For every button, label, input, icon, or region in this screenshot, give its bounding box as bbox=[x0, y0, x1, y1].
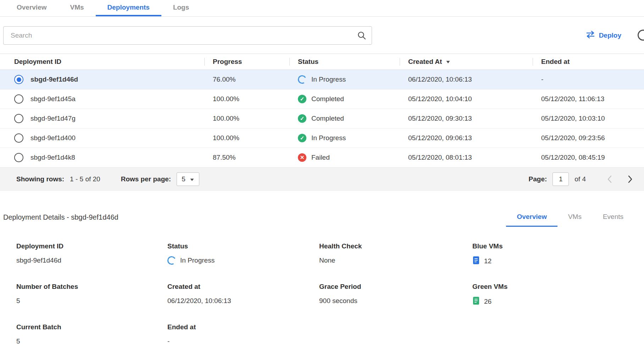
sort-desc-icon bbox=[445, 58, 451, 66]
deployment-details-section: Deployment Details - sbgd-9ef1d46d Overv… bbox=[0, 213, 644, 346]
table-row[interactable]: sbgd-9ef1d4k8 87.50% Failed 05/12/2020, … bbox=[0, 148, 644, 167]
table-row[interactable]: sbgd-9ef1d47g 100.00% Completed 05/12/20… bbox=[0, 109, 644, 128]
table-row[interactable]: sbgd-9ef1d45a 100.00% Completed 05/12/20… bbox=[0, 89, 644, 109]
field-health-check: Health Check None bbox=[319, 242, 472, 266]
row-radio[interactable] bbox=[14, 75, 23, 84]
page-navigation: Page: of 4 bbox=[529, 172, 638, 187]
table-footer: Showing rows: 1 - 5 of 20 Rows per page:… bbox=[0, 167, 644, 191]
refresh-icon[interactable] bbox=[638, 30, 644, 41]
created-at-cell: 05/12/2020, 09:06:13 bbox=[400, 134, 533, 142]
completed-icon bbox=[298, 134, 306, 142]
ended-at-cell: - bbox=[533, 76, 644, 83]
details-fields-grid: Deployment ID sbgd-9ef1d46d Status In Pr… bbox=[16, 242, 634, 346]
progress-cell: 76.00% bbox=[204, 76, 289, 83]
ended-at-cell: 05/12/2020, 09:23:56 bbox=[533, 134, 644, 142]
details-title: Deployment Details - sbgd-9ef1d46d bbox=[3, 213, 118, 227]
col-header-created-at[interactable]: Created At bbox=[400, 54, 533, 70]
search-box bbox=[3, 26, 372, 45]
deployment-id-cell: sbgd-9ef1d4k8 bbox=[0, 153, 204, 162]
next-page-icon[interactable] bbox=[623, 172, 638, 187]
row-radio[interactable] bbox=[14, 94, 23, 104]
search-input[interactable] bbox=[3, 26, 372, 45]
field-grace-period: Grace Period 900 seconds bbox=[319, 283, 472, 307]
completed-icon bbox=[298, 114, 306, 123]
details-header: Deployment Details - sbgd-9ef1d46d Overv… bbox=[3, 213, 634, 227]
row-radio[interactable] bbox=[14, 133, 23, 143]
table-row[interactable]: sbgd-9ef1d46d 76.00% In Progress 06/12/2… bbox=[0, 70, 644, 89]
row-radio[interactable] bbox=[14, 114, 23, 123]
previous-page-icon[interactable] bbox=[602, 172, 617, 187]
toolbar: Deploy bbox=[0, 17, 644, 54]
col-header-progress[interactable]: Progress bbox=[204, 54, 289, 70]
details-tab-bar: Overview VMs Events bbox=[506, 213, 634, 227]
in-progress-icon bbox=[297, 74, 307, 84]
search-icon[interactable] bbox=[357, 31, 366, 42]
ended-at-cell: 05/12/2020, 10:03:10 bbox=[533, 115, 644, 122]
progress-cell: 87.50% bbox=[204, 154, 289, 161]
deployments-table: Deployment ID Progress Status Created At… bbox=[0, 54, 644, 191]
field-current-batch: Current Batch 5 bbox=[16, 323, 167, 346]
field-number-of-batches: Number of Batches 5 bbox=[16, 283, 167, 307]
created-at-cell: 05/12/2020, 09:30:13 bbox=[400, 115, 533, 122]
blue-vms-icon bbox=[472, 256, 480, 266]
ended-at-cell: 05/12/2020, 11:06:13 bbox=[533, 95, 644, 103]
col-header-deployment-id[interactable]: Deployment ID bbox=[0, 54, 204, 70]
rows-per-page-select[interactable]: 5 bbox=[177, 172, 199, 186]
created-at-cell: 05/12/2020, 08:01:13 bbox=[400, 154, 533, 161]
col-header-ended-at[interactable]: Ended at bbox=[533, 54, 644, 70]
row-radio[interactable] bbox=[14, 153, 23, 162]
deploy-button[interactable]: Deploy bbox=[586, 31, 621, 40]
top-tab-bar: Overview VMs Deployments Logs bbox=[0, 0, 644, 17]
deployment-id-cell: sbgd-9ef1d400 bbox=[0, 133, 204, 143]
tab-vms[interactable]: VMs bbox=[59, 0, 96, 16]
deployment-id-cell: sbgd-9ef1d47g bbox=[0, 114, 204, 123]
status-cell: In Progress bbox=[289, 134, 400, 142]
field-blue-vms: Blue VMs 12 bbox=[472, 242, 634, 266]
in-progress-icon bbox=[166, 255, 177, 265]
status-cell: Failed bbox=[289, 153, 400, 162]
tab-logs[interactable]: Logs bbox=[161, 0, 201, 16]
field-ended-at: Ended at - bbox=[167, 323, 319, 346]
chevron-down-icon bbox=[190, 175, 194, 183]
details-tab-events[interactable]: Events bbox=[592, 213, 634, 227]
showing-rows: Showing rows: 1 - 5 of 20 bbox=[16, 175, 100, 183]
green-vms-icon bbox=[472, 296, 480, 307]
details-tab-vms[interactable]: VMs bbox=[557, 213, 592, 227]
deployment-id-cell: sbgd-9ef1d45a bbox=[0, 94, 204, 104]
tab-deployments[interactable]: Deployments bbox=[96, 0, 161, 16]
field-deployment-id: Deployment ID sbgd-9ef1d46d bbox=[16, 242, 167, 266]
ended-at-cell: 05/12/2020, 08:45:19 bbox=[533, 154, 644, 161]
deploy-button-label: Deploy bbox=[599, 32, 621, 39]
table-header-row: Deployment ID Progress Status Created At… bbox=[0, 54, 644, 70]
failed-icon bbox=[298, 153, 306, 162]
status-cell: In Progress bbox=[289, 75, 400, 84]
table-row[interactable]: sbgd-9ef1d400 100.00% In Progress 05/12/… bbox=[0, 128, 644, 148]
deployment-id-cell: sbgd-9ef1d46d bbox=[0, 75, 204, 84]
progress-cell: 100.00% bbox=[204, 115, 289, 122]
field-green-vms: Green VMs 26 bbox=[472, 283, 634, 307]
details-tab-overview[interactable]: Overview bbox=[506, 213, 557, 227]
tab-overview[interactable]: Overview bbox=[5, 0, 59, 16]
status-cell: Completed bbox=[289, 114, 400, 123]
completed-icon bbox=[298, 95, 306, 103]
swap-arrows-icon bbox=[586, 31, 595, 40]
field-status: Status In Progress bbox=[167, 242, 319, 266]
created-at-cell: 05/12/2020, 10:04:10 bbox=[400, 95, 533, 103]
status-cell: Completed bbox=[289, 95, 400, 103]
rows-per-page: Rows per page: 5 bbox=[121, 172, 199, 186]
field-created-at: Created at 06/12/2020, 10:06:13 bbox=[167, 283, 319, 307]
col-header-status[interactable]: Status bbox=[289, 54, 400, 70]
created-at-cell: 06/12/2020, 10:06:13 bbox=[400, 76, 533, 83]
page-number-input[interactable] bbox=[553, 172, 569, 186]
progress-cell: 100.00% bbox=[204, 134, 289, 142]
progress-cell: 100.00% bbox=[204, 95, 289, 103]
